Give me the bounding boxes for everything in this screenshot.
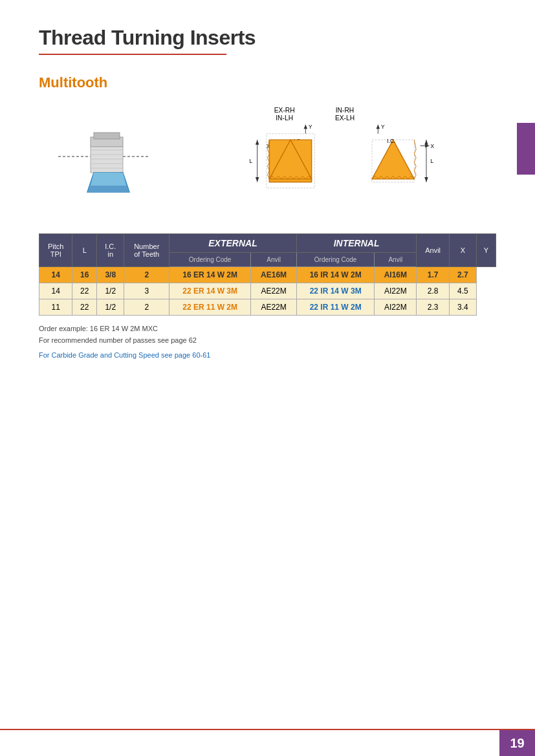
svg-text:Y: Y xyxy=(381,124,385,130)
cell-teeth: 2 xyxy=(124,299,169,316)
ext-ordering-subheader: Ordering Code xyxy=(169,253,251,267)
col-anvil2-header: Anvil xyxy=(417,234,450,267)
internal-header: INTERNAL xyxy=(296,234,416,253)
cell-l: 22 xyxy=(72,299,97,316)
cell-ext-code: 16 ER 14 W 2M xyxy=(169,267,251,283)
table-row: 11221/2222 ER 11 W 2MAE22M22 IR 11 W 2MA… xyxy=(39,299,496,316)
cell-int-anvil2: AI16M xyxy=(375,267,417,283)
col-x-header: X xyxy=(449,234,476,267)
svg-marker-32 xyxy=(372,140,414,179)
cell-x: 2.3 xyxy=(417,299,450,316)
section-title: Multitooth xyxy=(39,74,496,91)
page-title: Thread Turning Inserts xyxy=(39,26,496,50)
svg-marker-34 xyxy=(376,125,380,129)
col-y-header: Y xyxy=(476,234,496,267)
table-row: 14221/2322 ER 14 W 3MAE22M22 IR 14 W 3MA… xyxy=(39,283,496,299)
cell-ic: 1/2 xyxy=(97,299,124,316)
diagram-area: EX-RH IN-LH IN-RH EX-LH Y X I.C. xyxy=(39,102,496,221)
svg-text:I.C.: I.C. xyxy=(387,138,395,144)
col-teeth-header: Numberof Teeth xyxy=(124,234,169,267)
cell-y: 4.5 xyxy=(449,283,476,299)
order-example: Order example: 16 ER 14 W 2M MXC xyxy=(39,323,496,335)
external-header: EXTERNAL xyxy=(169,234,297,253)
cell-teeth: 2 xyxy=(124,267,169,283)
col-ic-header: I.C.in xyxy=(97,234,124,267)
page-number: 19 xyxy=(499,730,535,756)
cell-int-anvil2: AI22M xyxy=(375,283,417,299)
svg-text:EX-LH: EX-LH xyxy=(334,114,354,122)
svg-marker-28 xyxy=(255,140,259,144)
passes-note: For recommended number of passes see pag… xyxy=(39,335,496,347)
svg-text:EX-RH: EX-RH xyxy=(274,107,294,114)
page-container: Thread Turning Inserts Multitooth xyxy=(0,0,535,756)
int-anvil-subheader: Anvil xyxy=(375,253,417,267)
cell-ext-anvil: AE22M xyxy=(251,299,297,316)
cell-ext-code: 22 ER 14 W 3M xyxy=(169,283,251,299)
table-row: 14163/8216 ER 14 W 2MAE16M16 IR 14 W 2MA… xyxy=(39,267,496,283)
int-ordering-subheader: Ordering Code xyxy=(296,253,374,267)
col-l-header: L xyxy=(72,234,97,267)
svg-text:L: L xyxy=(430,158,433,164)
cell-l: 16 xyxy=(72,267,97,283)
svg-marker-18 xyxy=(303,125,307,129)
data-table: PitchTPI L I.C.in Numberof Teeth EXTERNA… xyxy=(39,233,496,316)
cell-pitch: 11 xyxy=(39,299,72,316)
carbide-note: For Carbide Grade and Cutting Speed see … xyxy=(39,351,496,359)
cell-y: 3.4 xyxy=(449,299,476,316)
cell-ic: 1/2 xyxy=(97,283,124,299)
svg-marker-29 xyxy=(255,177,259,182)
cell-int-code: 16 IR 14 W 2M xyxy=(296,267,374,283)
svg-text:X: X xyxy=(430,143,434,149)
col-pitch-header: PitchTPI xyxy=(39,234,72,267)
insert-diagram-left xyxy=(39,102,168,221)
insert-svg-left xyxy=(39,102,168,218)
cell-pitch: 14 xyxy=(39,267,72,283)
cell-ic: 3/8 xyxy=(97,267,124,283)
insert-svg-right: EX-RH IN-LH IN-RH EX-LH Y X I.C. xyxy=(200,102,472,208)
svg-text:IN-RH: IN-RH xyxy=(335,107,353,114)
cell-x: 2.8 xyxy=(417,283,450,299)
svg-marker-12 xyxy=(87,186,129,192)
svg-marker-41 xyxy=(424,140,428,144)
notes: Order example: 16 ER 14 W 2M MXC For rec… xyxy=(39,323,496,346)
cell-int-code: 22 IR 14 W 3M xyxy=(296,283,374,299)
cell-ext-code: 22 ER 11 W 2M xyxy=(169,299,251,316)
svg-text:Y: Y xyxy=(309,124,312,130)
svg-marker-42 xyxy=(424,177,428,182)
svg-text:L: L xyxy=(249,158,252,164)
svg-marker-11 xyxy=(91,173,126,186)
cell-pitch: 14 xyxy=(39,283,72,299)
cell-x: 1.7 xyxy=(417,267,450,283)
cell-l: 22 xyxy=(72,283,97,299)
svg-rect-4 xyxy=(91,147,123,173)
bottom-line xyxy=(0,729,535,730)
cell-ext-anvil: AE22M xyxy=(251,283,297,299)
cell-int-code: 22 IR 11 W 2M xyxy=(296,299,374,316)
title-underline xyxy=(39,54,226,55)
svg-rect-3 xyxy=(94,133,120,139)
cell-teeth: 3 xyxy=(124,283,169,299)
svg-text:IN-LH: IN-LH xyxy=(276,114,293,122)
ext-anvil-subheader: Anvil xyxy=(251,253,297,267)
insert-diagram-right: EX-RH IN-LH IN-RH EX-LH Y X I.C. xyxy=(175,102,496,208)
cell-ext-anvil: AE16M xyxy=(251,267,297,283)
cell-y: 2.7 xyxy=(449,267,476,283)
purple-tab xyxy=(517,123,535,175)
cell-int-anvil2: AI22M xyxy=(375,299,417,316)
